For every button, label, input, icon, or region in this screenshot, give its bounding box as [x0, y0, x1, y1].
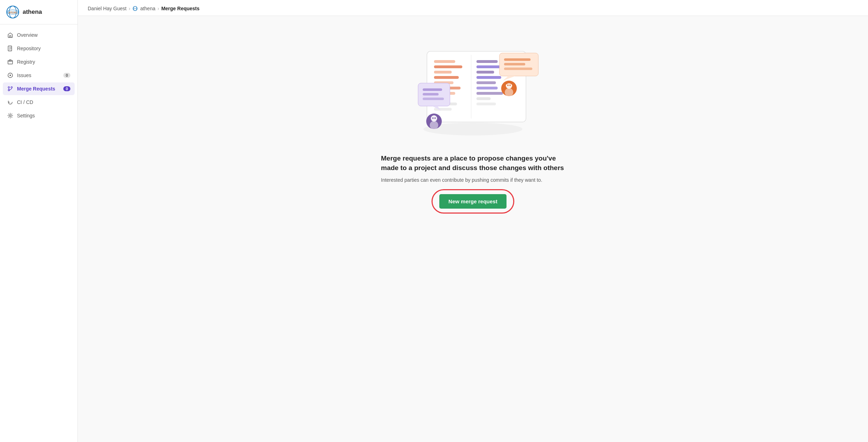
breadcrumb-current: Merge Requests — [161, 6, 199, 11]
sidebar-item-label-settings: Settings — [17, 113, 35, 118]
app-name: athena — [23, 8, 42, 16]
empty-state-title: Merge requests are a place to propose ch… — [381, 154, 565, 173]
svg-point-44 — [431, 115, 437, 122]
svg-point-47 — [434, 117, 436, 119]
athena-project-icon — [132, 6, 138, 11]
sidebar-item-issues[interactable]: Issues 0 — [3, 69, 75, 82]
merge-icon — [7, 86, 13, 92]
gear-icon — [7, 112, 13, 119]
svg-rect-6 — [8, 60, 13, 64]
atlas-logo-icon: ATLAS — [6, 6, 19, 18]
sidebar-item-label-overview: Overview — [17, 32, 37, 38]
svg-rect-40 — [423, 88, 442, 91]
empty-state-description: Interested parties can even contribute b… — [381, 176, 565, 184]
issues-badge: 0 — [63, 73, 70, 78]
content-area: Merge requests are a place to propose ch… — [78, 16, 868, 442]
svg-rect-30 — [476, 71, 494, 74]
breadcrumb-sep-1: › — [129, 6, 131, 11]
sidebar-item-overview[interactable]: Overview — [3, 29, 75, 41]
svg-point-9 — [8, 87, 10, 88]
circle-dot-icon — [7, 72, 13, 78]
merge-requests-illustration — [399, 30, 547, 143]
new-merge-request-wrapper: New merge request — [439, 194, 507, 209]
sidebar-item-settings[interactable]: Settings — [3, 109, 75, 122]
svg-text:ATLAS: ATLAS — [9, 11, 17, 14]
merge-requests-badge: 0 — [63, 86, 70, 91]
sidebar-item-merge-requests[interactable]: Merge Requests 0 — [3, 82, 75, 95]
svg-point-11 — [11, 87, 12, 88]
sidebar-item-registry[interactable]: Registry — [3, 56, 75, 68]
svg-rect-19 — [434, 65, 462, 68]
sidebar-item-ci-cd[interactable]: CI / CD — [3, 96, 75, 109]
svg-point-56 — [507, 85, 509, 86]
sidebar-item-label-issues: Issues — [17, 72, 31, 78]
svg-point-45 — [430, 121, 438, 129]
svg-rect-36 — [476, 103, 496, 105]
svg-rect-20 — [434, 71, 452, 74]
svg-rect-51 — [504, 63, 525, 65]
svg-point-55 — [505, 88, 513, 97]
breadcrumb: Daniel Hay Guest › athena › Merge Reques… — [78, 0, 868, 16]
svg-rect-31 — [476, 76, 501, 79]
svg-rect-52 — [504, 68, 532, 70]
svg-point-12 — [10, 115, 11, 117]
svg-rect-41 — [423, 93, 439, 95]
svg-point-8 — [10, 75, 11, 76]
svg-rect-28 — [476, 60, 498, 63]
refresh-icon — [7, 99, 13, 105]
svg-rect-50 — [504, 58, 531, 61]
svg-rect-32 — [476, 81, 496, 84]
svg-point-57 — [509, 85, 511, 86]
sidebar-item-label-repository: Repository — [17, 46, 41, 51]
sidebar-item-label-merge-requests: Merge Requests — [17, 86, 55, 92]
empty-state-text: Merge requests are a place to propose ch… — [381, 154, 565, 184]
svg-point-46 — [432, 117, 434, 119]
sidebar-item-label-ci-cd: CI / CD — [17, 99, 33, 105]
main-content: Daniel Hay Guest › athena › Merge Reques… — [78, 0, 868, 442]
sidebar-item-label-registry: Registry — [17, 59, 35, 65]
sidebar-item-repository[interactable]: Repository — [3, 42, 75, 55]
sidebar: ATLAS athena Overview Repository — [0, 0, 78, 442]
svg-rect-42 — [423, 98, 444, 100]
box-icon — [7, 59, 13, 65]
breadcrumb-sep-2: › — [157, 6, 159, 11]
home-icon — [7, 32, 13, 38]
new-merge-request-button[interactable]: New merge request — [439, 194, 507, 209]
svg-rect-34 — [476, 92, 503, 95]
svg-rect-33 — [476, 87, 498, 89]
breadcrumb-user[interactable]: Daniel Hay Guest — [88, 6, 127, 11]
svg-rect-18 — [434, 60, 455, 63]
svg-rect-21 — [434, 76, 459, 79]
sidebar-nav: Overview Repository Registry — [0, 27, 77, 123]
breadcrumb-project[interactable]: athena — [140, 6, 155, 11]
book-icon — [7, 45, 13, 52]
svg-rect-35 — [476, 97, 491, 100]
sidebar-logo[interactable]: ATLAS athena — [0, 0, 77, 24]
